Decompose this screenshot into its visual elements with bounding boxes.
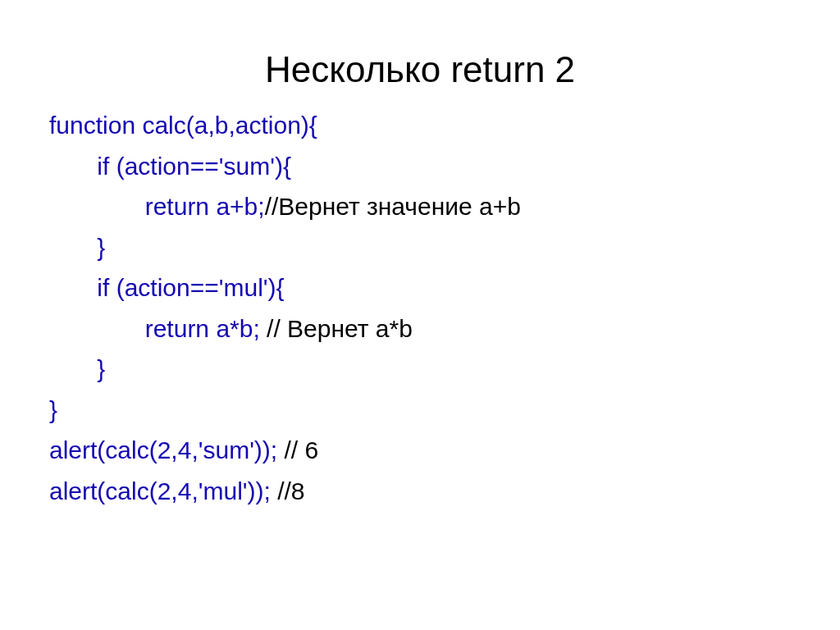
code-line: alert(calc(2,4,'sum')); <box>49 436 285 463</box>
code-line: alert(calc(2,4,'mul')); <box>49 477 277 504</box>
code-line: return a*b; <box>49 315 267 342</box>
code-line: function calc(a,b,action){ <box>49 112 317 139</box>
code-line: if (action=='sum'){ <box>49 153 291 180</box>
slide: Несколько return 2 function calc(a,b,act… <box>0 0 840 511</box>
code-comment: // 6 <box>285 436 319 463</box>
code-line: } <box>49 234 105 261</box>
code-line: } <box>49 355 105 382</box>
code-comment: //8 <box>277 477 304 504</box>
code-line: return a+b; <box>49 193 265 220</box>
slide-title: Несколько return 2 <box>49 49 791 90</box>
code-line: if (action=='mul'){ <box>49 274 285 301</box>
code-comment: //Вернет значение a+b <box>265 193 521 220</box>
code-comment: // Вернет a*b <box>267 315 413 342</box>
code-line: } <box>49 396 57 423</box>
code-block: function calc(a,b,action){ if (action=='… <box>49 105 791 511</box>
